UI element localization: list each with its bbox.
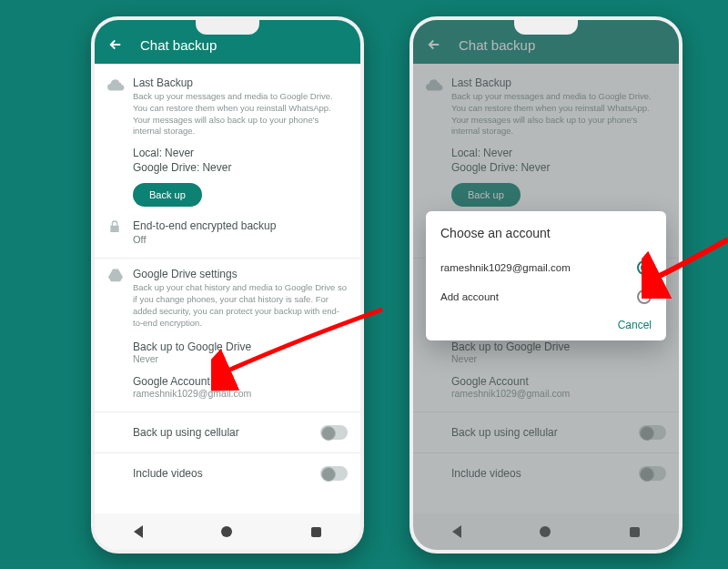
last-backup-title: Last Backup (133, 76, 348, 89)
radio-selected-icon[interactable] (637, 260, 652, 275)
cellular-label: Back up using cellular (133, 426, 239, 439)
google-account-value: rameshnik1029@gmail.com (133, 388, 348, 399)
section-divider (95, 258, 360, 259)
dialog-title: Choose an account (440, 226, 652, 240)
cancel-button[interactable]: Cancel (440, 319, 652, 331)
gdrive-section: Google Drive settings Back up your chat … (107, 268, 348, 398)
phone-notch (514, 20, 578, 35)
add-account-label: Add account (440, 291, 499, 302)
nav-back-icon[interactable] (134, 525, 143, 538)
settings-content: Last Backup Back up your messages and me… (95, 64, 360, 513)
android-nav-bar (95, 513, 360, 550)
radio-unselected-icon[interactable] (637, 290, 652, 304)
phone-left: Chat backup Last Backup Back up your mes… (91, 16, 364, 554)
e2e-title: End-to-end encrypted backup (133, 219, 348, 232)
local-value: Never (165, 147, 194, 159)
e2e-section[interactable]: End-to-end encrypted backup Off (107, 219, 348, 245)
phone-right: Chat backup Last Backup Back up your mes… (410, 16, 682, 554)
last-backup-desc: Back up your messages and media to Googl… (133, 91, 348, 137)
cloud-upload-icon (107, 76, 133, 207)
nav-recents-icon[interactable] (311, 527, 321, 537)
google-account-label: Google Account (133, 375, 348, 388)
gdrive-desc: Back up your chat history and media to G… (133, 282, 348, 329)
gdrive-title: Google Drive settings (133, 268, 348, 280)
account-option-label: rameshnik1029@gmail.com (440, 262, 571, 273)
videos-toggle[interactable] (320, 466, 348, 481)
nav-home-icon[interactable] (221, 526, 232, 537)
lock-icon (107, 219, 133, 245)
back-up-button[interactable]: Back up (133, 183, 202, 207)
appbar-title: Chat backup (140, 37, 217, 53)
google-drive-icon (107, 268, 133, 398)
e2e-value: Off (133, 234, 348, 245)
cellular-toggle[interactable] (320, 425, 348, 440)
videos-label: Include videos (133, 467, 203, 480)
videos-row[interactable]: Include videos (107, 457, 348, 490)
cellular-row[interactable]: Back up using cellular (107, 416, 348, 449)
gdrive-value: Never (202, 161, 231, 174)
choose-account-dialog: Choose an account rameshnik1029@gmail.co… (426, 211, 666, 340)
back-arrow-icon[interactable] (107, 36, 124, 53)
item-divider-2 (95, 452, 360, 453)
backup-to-label: Back up to Google Drive (133, 340, 348, 353)
item-divider (95, 412, 360, 412)
backup-to-value: Never (133, 353, 348, 364)
gdrive-label: Google Drive: (133, 161, 199, 174)
last-backup-section: Last Backup Back up your messages and me… (107, 76, 348, 207)
google-account-item[interactable]: Google Account rameshnik1029@gmail.com (133, 375, 348, 399)
local-label: Local: (133, 147, 162, 159)
account-option-existing[interactable]: rameshnik1029@gmail.com (440, 253, 652, 282)
phone-notch (196, 20, 259, 35)
account-option-add[interactable]: Add account (440, 282, 652, 311)
backup-to-gdrive-item[interactable]: Back up to Google Drive Never (133, 340, 348, 364)
